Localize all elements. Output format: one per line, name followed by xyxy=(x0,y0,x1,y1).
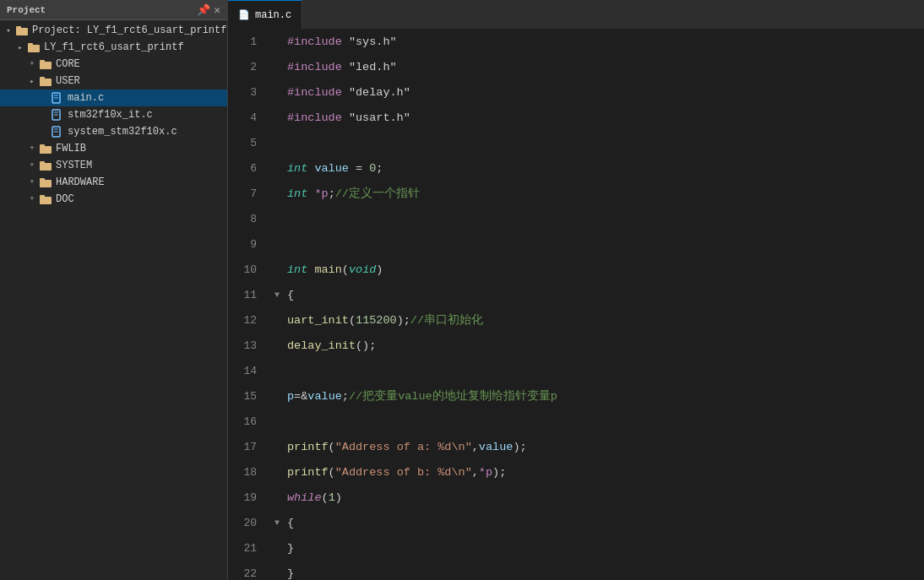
line-code[interactable]: uart_init(115200);//串口初始化 xyxy=(284,308,924,333)
line-code[interactable]: #include "usart.h" xyxy=(284,106,924,131)
pin-icon[interactable]: 📌 xyxy=(197,3,210,17)
code-editor[interactable]: 1#include "sys.h"2#include "led.h"3#incl… xyxy=(228,30,924,580)
folder-icon xyxy=(27,41,41,54)
sidebar-title: Project xyxy=(7,5,46,15)
line-code[interactable] xyxy=(284,409,924,435)
tree-item-doc-folder[interactable]: +DOC xyxy=(0,191,227,208)
code-content[interactable]: 1#include "sys.h"2#include "led.h"3#incl… xyxy=(228,30,924,580)
line-number: 3 xyxy=(228,80,270,106)
line-code[interactable]: delay_init(); xyxy=(284,333,924,359)
file-icon xyxy=(51,108,64,122)
sidebar-header: Project 📌 ✕ xyxy=(0,0,227,20)
line-code[interactable]: int value = 0; xyxy=(284,156,924,182)
line-code[interactable]: } xyxy=(284,536,924,561)
line-code[interactable]: printf("Address of b: %d\n",*p); xyxy=(284,460,924,485)
tree-label-stm32-it: stm32f10x_it.c xyxy=(68,109,153,121)
line-code[interactable]: } xyxy=(284,561,924,580)
code-line-19: 19 while(1) xyxy=(228,485,924,511)
line-code[interactable] xyxy=(284,207,924,232)
code-line-3: 3#include "delay.h" xyxy=(228,80,924,106)
line-code[interactable]: int main(void) xyxy=(284,257,924,283)
tree-item-project-root[interactable]: ▾Project: LY_f1_rct6_usart_printf xyxy=(0,22,227,39)
tree-expand-fwlib-folder[interactable]: + xyxy=(27,144,37,153)
sidebar: Project 📌 ✕ ▾Project: LY_f1_rct6_usart_p… xyxy=(0,0,228,580)
line-code[interactable] xyxy=(284,232,924,257)
code-line-15: 15 p=&value;//把变量value的地址复制给指针变量p xyxy=(228,384,924,409)
tree-label-hardware-folder: HARDWARE xyxy=(56,176,105,188)
folder-icon xyxy=(39,159,52,172)
line-code[interactable] xyxy=(284,359,924,384)
folder-icon xyxy=(39,57,52,71)
line-code[interactable]: { xyxy=(284,283,924,308)
line-code[interactable]: while(1) xyxy=(284,485,924,511)
tree-expand-user-folder[interactable]: ▸ xyxy=(27,77,37,86)
fold-marker xyxy=(270,485,284,511)
code-line-16: 16 xyxy=(228,409,924,435)
folder-icon xyxy=(39,176,52,189)
tree-expand-project-root[interactable]: ▾ xyxy=(3,26,14,35)
code-line-13: 13 delay_init(); xyxy=(228,333,924,359)
tree-item-hardware-folder[interactable]: +HARDWARE xyxy=(0,174,227,191)
svg-rect-5 xyxy=(40,60,45,63)
fold-marker xyxy=(270,207,284,232)
fold-marker[interactable]: ▼ xyxy=(270,283,284,308)
tab-main-c[interactable]: 📄 main.c xyxy=(228,0,302,29)
line-code[interactable]: #include "led.h" xyxy=(284,55,924,80)
line-number: 10 xyxy=(228,257,270,283)
tree-item-fwlib-folder[interactable]: +FWLIB xyxy=(0,140,227,157)
tree-item-user-folder[interactable]: ▸USER xyxy=(0,73,227,89)
fold-marker xyxy=(270,55,284,80)
line-code[interactable]: printf("Address of a: %d\n",value); xyxy=(284,435,924,460)
line-number: 7 xyxy=(228,182,270,207)
line-number: 1 xyxy=(228,30,270,55)
tab-label: main.c xyxy=(255,9,291,21)
fold-marker xyxy=(270,333,284,359)
code-line-18: 18 printf("Address of b: %d\n",*p); xyxy=(228,460,924,485)
line-code[interactable]: int *p;//定义一个指针 xyxy=(284,182,924,207)
line-code[interactable]: #include "delay.h" xyxy=(284,80,924,106)
fold-marker xyxy=(270,561,284,580)
line-code[interactable]: #include "sys.h" xyxy=(284,30,924,55)
line-number: 14 xyxy=(228,359,270,384)
fold-marker xyxy=(270,359,284,384)
code-line-1: 1#include "sys.h" xyxy=(228,30,924,55)
fold-marker xyxy=(270,232,284,257)
line-code[interactable]: p=&value;//把变量value的地址复制给指针变量p xyxy=(284,384,924,409)
folder-icon xyxy=(39,192,52,206)
tree-expand-hardware-folder[interactable]: + xyxy=(27,178,37,187)
tab-bar: 📄 main.c xyxy=(228,0,924,30)
fold-marker xyxy=(270,182,284,207)
close-icon[interactable]: ✕ xyxy=(214,3,220,17)
tree-expand-ly-folder[interactable]: ▸ xyxy=(15,43,25,52)
fold-marker xyxy=(270,257,284,283)
fold-marker[interactable]: ▼ xyxy=(270,511,284,536)
tree-item-system-folder[interactable]: +SYSTEM xyxy=(0,157,227,174)
svg-rect-22 xyxy=(40,178,45,182)
line-code[interactable] xyxy=(284,131,924,156)
tree-expand-doc-folder[interactable]: + xyxy=(27,195,37,203)
tree-item-system-stm[interactable]: system_stm32f10x.c xyxy=(0,123,227,140)
tree-item-ly-folder[interactable]: ▸LY_f1_rct6_usart_printf xyxy=(0,39,227,56)
fold-marker xyxy=(270,384,284,409)
tree-item-stm32-it[interactable]: stm32f10x_it.c xyxy=(0,106,227,123)
line-number: 6 xyxy=(228,156,270,182)
line-number: 18 xyxy=(228,460,270,485)
line-number: 15 xyxy=(228,384,270,409)
tree-expand-system-folder[interactable]: + xyxy=(27,161,37,170)
svg-rect-24 xyxy=(40,195,45,198)
svg-rect-3 xyxy=(28,43,33,46)
svg-rect-20 xyxy=(40,161,45,165)
tree-item-core-folder[interactable]: +CORE xyxy=(0,56,227,73)
tree-item-main-c[interactable]: main.c xyxy=(0,89,227,106)
line-number: 13 xyxy=(228,333,270,359)
code-line-4: 4#include "usart.h" xyxy=(228,106,924,131)
code-line-2: 2#include "led.h" xyxy=(228,55,924,80)
line-number: 5 xyxy=(228,131,270,156)
fold-marker xyxy=(270,30,284,55)
tree-expand-core-folder[interactable]: + xyxy=(27,60,37,68)
tree-label-fwlib-folder: FWLIB xyxy=(56,143,86,154)
folder-icon xyxy=(39,142,52,155)
line-code[interactable]: { xyxy=(284,511,924,536)
fold-marker xyxy=(270,435,284,460)
fold-marker xyxy=(270,308,284,333)
